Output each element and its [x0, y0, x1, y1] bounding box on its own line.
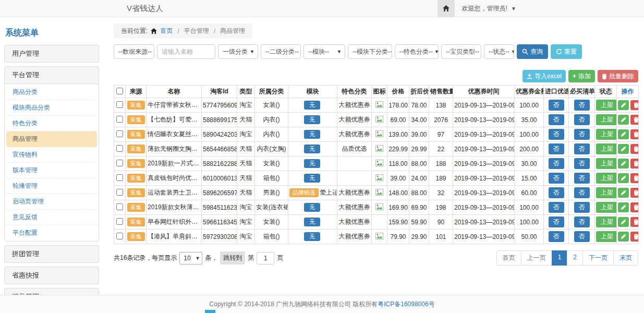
- edit-button[interactable]: [618, 144, 629, 154]
- page-size-select[interactable]: 10▼: [179, 252, 202, 264]
- sidebar-section[interactable]: 平台管理: [5, 67, 99, 83]
- sidebar-item[interactable]: 意见反馈: [6, 210, 97, 225]
- edit-button[interactable]: [618, 159, 629, 168]
- delete-button[interactable]: [630, 188, 639, 198]
- must-buy-toggle[interactable]: 否: [574, 158, 590, 169]
- edit-button[interactable]: [618, 100, 629, 110]
- pager-item[interactable]: 上一页: [521, 250, 552, 266]
- must-buy-toggle[interactable]: 否: [574, 129, 590, 140]
- import-select-toggle[interactable]: 否: [549, 129, 564, 140]
- category1-filter[interactable]: 一级分类▼: [218, 44, 258, 59]
- import-select-toggle[interactable]: 否: [549, 216, 564, 227]
- must-buy-toggle[interactable]: 否: [574, 202, 590, 213]
- import-select-toggle[interactable]: 否: [549, 114, 564, 125]
- delete-button[interactable]: [630, 217, 639, 227]
- import-select-toggle[interactable]: 否: [549, 202, 564, 213]
- jump-page-input[interactable]: [257, 252, 274, 264]
- status-filter[interactable]: --状态--▼: [484, 44, 514, 59]
- delete-button[interactable]: [630, 100, 639, 110]
- edit-button[interactable]: [618, 217, 629, 227]
- sidebar-item[interactable]: 特色分类: [6, 116, 97, 131]
- reset-button[interactable]: 重置: [551, 44, 582, 59]
- row-checkbox[interactable]: [116, 145, 123, 152]
- import-select-toggle[interactable]: 否: [549, 231, 564, 242]
- delete-button[interactable]: [630, 232, 639, 242]
- status-toggle[interactable]: 上架: [596, 143, 617, 154]
- must-buy-toggle[interactable]: 否: [574, 114, 590, 125]
- sidebar-section[interactable]: 用户管理: [5, 45, 99, 62]
- must-buy-toggle[interactable]: 否: [574, 173, 590, 184]
- feature-filter[interactable]: --特色分类--▼: [395, 44, 439, 59]
- status-toggle[interactable]: 上架: [596, 114, 617, 125]
- select-all-checkbox[interactable]: [116, 88, 123, 94]
- sidebar-section[interactable]: 消息管理: [5, 288, 99, 295]
- delete-button[interactable]: [630, 173, 639, 183]
- delete-button[interactable]: [630, 144, 639, 154]
- status-toggle[interactable]: 上架: [596, 100, 617, 111]
- must-buy-toggle[interactable]: 否: [574, 231, 590, 242]
- row-checkbox[interactable]: [116, 116, 123, 123]
- add-button[interactable]: + 添加: [568, 70, 595, 82]
- must-buy-toggle[interactable]: 否: [574, 100, 590, 111]
- must-buy-toggle[interactable]: 否: [574, 216, 590, 227]
- row-checkbox[interactable]: [116, 160, 123, 166]
- pager-item[interactable]: 首页: [496, 250, 521, 266]
- sidebar-item[interactable]: 轮播管理: [6, 178, 97, 194]
- breadcrumb-home-link[interactable]: 首页: [160, 27, 173, 35]
- status-toggle[interactable]: 上架: [596, 187, 617, 198]
- sidebar-item[interactable]: 宣传物料: [6, 147, 97, 163]
- pager-item[interactable]: 1: [552, 250, 568, 266]
- query-button[interactable]: 查询: [517, 44, 548, 59]
- import-excel-button[interactable]: 导入excel: [523, 70, 566, 82]
- sidebar-item[interactable]: 模块商品分类: [6, 100, 97, 116]
- sidebar-item[interactable]: 商品管理: [6, 131, 97, 147]
- edit-button[interactable]: [618, 202, 629, 212]
- icp-link[interactable]: 粤ICP备16098006号: [378, 300, 434, 308]
- sidebar-item[interactable]: 版本管理: [6, 163, 97, 178]
- category2-filter[interactable]: --二级分类--▼: [261, 44, 301, 59]
- import-select-toggle[interactable]: 否: [549, 100, 564, 111]
- jump-to-button[interactable]: 跳转到: [220, 251, 245, 264]
- pager-item[interactable]: 下一页: [582, 250, 614, 266]
- sidebar-item[interactable]: 平台配置: [6, 225, 97, 240]
- status-toggle[interactable]: 上架: [596, 173, 617, 184]
- bulk-delete-button[interactable]: 批量删除: [598, 70, 638, 82]
- edit-button[interactable]: [618, 188, 629, 198]
- edit-button[interactable]: [618, 129, 629, 139]
- sidebar-section[interactable]: 省惠快报: [5, 267, 99, 284]
- status-toggle[interactable]: 上架: [596, 202, 617, 213]
- edit-button[interactable]: [618, 173, 629, 183]
- user-menu[interactable]: 欢迎您，管理员! ▼: [461, 4, 516, 13]
- import-select-toggle[interactable]: 否: [549, 173, 564, 184]
- row-checkbox[interactable]: [116, 101, 123, 108]
- delete-button[interactable]: [630, 159, 639, 168]
- status-toggle[interactable]: 上架: [596, 158, 617, 169]
- status-toggle[interactable]: 上架: [596, 231, 617, 242]
- row-checkbox[interactable]: [116, 130, 123, 137]
- delete-button[interactable]: [630, 202, 639, 212]
- row-checkbox[interactable]: [116, 218, 123, 225]
- import-select-toggle[interactable]: 否: [549, 143, 564, 154]
- module-filter[interactable]: --模块--▼: [303, 44, 345, 59]
- edit-button[interactable]: [618, 115, 629, 125]
- module-sub-filter[interactable]: --模块下分类--▼: [348, 44, 392, 59]
- delete-button[interactable]: [630, 129, 639, 139]
- row-checkbox[interactable]: [116, 203, 123, 210]
- item-type-filter[interactable]: --宝贝类型--▼: [441, 44, 481, 59]
- home-button[interactable]: [438, 0, 455, 17]
- must-buy-toggle[interactable]: 否: [574, 143, 590, 154]
- pager-item[interactable]: 末页: [613, 250, 638, 266]
- status-toggle[interactable]: 上架: [596, 129, 617, 140]
- sidebar-item[interactable]: 启动页管理: [6, 194, 97, 210]
- import-select-toggle[interactable]: 否: [549, 158, 564, 169]
- edit-button[interactable]: [618, 232, 629, 242]
- sidebar-item[interactable]: 商品分类: [6, 85, 97, 100]
- row-checkbox[interactable]: [116, 189, 123, 196]
- row-checkbox[interactable]: [116, 174, 123, 181]
- import-select-toggle[interactable]: 否: [549, 187, 564, 198]
- sidebar-section[interactable]: 拼团管理: [5, 246, 99, 262]
- must-buy-toggle[interactable]: 否: [574, 187, 590, 198]
- source-filter[interactable]: --数据来源--▼: [114, 44, 154, 59]
- pager-item[interactable]: 2: [567, 250, 583, 266]
- delete-button[interactable]: [630, 115, 639, 125]
